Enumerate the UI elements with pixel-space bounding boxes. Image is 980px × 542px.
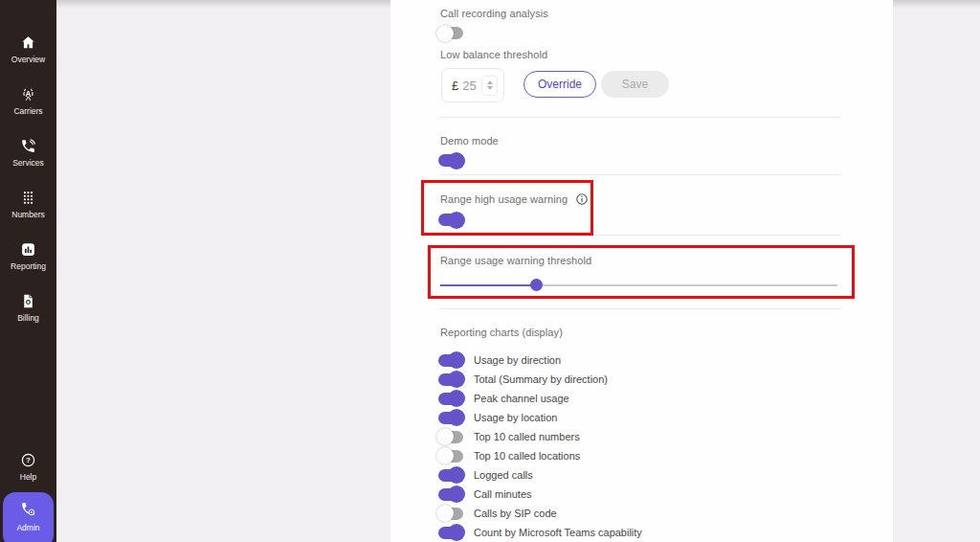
chart-toggle-label: Top 10 called numbers <box>474 431 580 442</box>
sidebar: OverviewACarriersServicesNumbersReportin… <box>0 0 56 542</box>
stepper-up-icon[interactable] <box>487 80 493 84</box>
override-button[interactable]: Override <box>523 71 596 98</box>
chart-toggle[interactable] <box>438 431 463 443</box>
range-warning-label: Range high usage warning <box>440 193 568 205</box>
dialpad-icon <box>20 190 36 206</box>
chart-toggle-row: Peak channel usage <box>438 389 840 408</box>
chart-toggle-label: Usage by direction <box>474 354 561 366</box>
info-icon[interactable] <box>575 192 589 206</box>
chart-toggle[interactable] <box>438 450 463 463</box>
sidebar-item-label: Services <box>12 158 44 168</box>
slider-fill <box>440 284 537 286</box>
demo-mode-label: Demo mode <box>440 135 499 147</box>
settings-panel: Call recording analysis Low balance thre… <box>390 0 893 542</box>
chart-toggle[interactable] <box>438 508 463 520</box>
sidebar-item-numbers[interactable]: Numbers <box>0 190 56 219</box>
save-button[interactable]: Save <box>601 71 669 98</box>
reporting-chart-toggle-list: Usage by directionTotal (Summary by dire… <box>438 350 840 542</box>
divider <box>440 308 840 309</box>
stepper-down-icon[interactable] <box>487 86 493 90</box>
sidebar-item-label: Overview <box>11 55 45 64</box>
low-balance-value: 25 <box>462 79 478 93</box>
chart-toggle-label: Count by Microsoft Teams capability <box>474 527 642 538</box>
chart-toggle-row: Calls by SIP code <box>438 504 840 523</box>
currency-symbol: £ <box>452 79 458 93</box>
svg-text:?: ? <box>26 456 31 464</box>
range-threshold-label: Range usage warning threshold <box>440 255 591 266</box>
call-recording-toggle[interactable] <box>438 27 463 39</box>
phone-icon <box>20 138 36 154</box>
reporting-charts-label: Reporting charts (display) <box>440 327 563 338</box>
chart-toggle-row: Top 10 called locations <box>438 446 840 465</box>
sidebar-item-label: Billing <box>17 313 39 323</box>
chart-toggle[interactable] <box>438 412 463 424</box>
sidebar-item-services[interactable]: Services <box>0 138 56 168</box>
low-balance-label: Low balance threshold <box>440 49 547 60</box>
range-threshold-slider[interactable] <box>440 279 837 292</box>
chart-toggle-label: Calls by SIP code <box>474 508 557 519</box>
chart-toggle[interactable] <box>438 354 463 367</box>
chart-toggle[interactable] <box>438 393 463 405</box>
demo-mode-toggle[interactable] <box>438 154 463 167</box>
chart-toggle-row: Call minutes <box>438 485 840 504</box>
bar-chart-icon <box>20 241 36 258</box>
divider <box>440 117 840 118</box>
chart-toggle[interactable] <box>438 488 463 501</box>
chart-toggle-row: Logged calls <box>438 465 840 485</box>
chart-toggle-row: Total (Summary by direction) <box>438 370 840 389</box>
sidebar-item-admin[interactable]: Admin <box>3 492 54 542</box>
sidebar-item-label: Admin <box>16 523 39 532</box>
sidebar-item-reporting[interactable]: Reporting <box>0 241 56 271</box>
divider <box>440 235 840 236</box>
chart-toggle[interactable] <box>438 373 463 386</box>
chart-toggle-label: Usage by location <box>474 412 557 423</box>
range-warning-row: Range high usage warning <box>440 192 589 206</box>
divider <box>440 174 840 175</box>
admin-phone-gear-icon <box>20 501 36 519</box>
chart-toggle[interactable] <box>438 469 463 482</box>
chart-toggle-row: Count by Microsoft Teams capability <box>438 523 840 542</box>
sidebar-item-label: Carriers <box>13 106 42 116</box>
antenna-icon: A <box>20 86 36 102</box>
chart-toggle[interactable] <box>438 527 463 539</box>
chart-toggle-row: Usage by location <box>438 408 840 427</box>
sidebar-item-help[interactable]: ? Help <box>0 452 56 482</box>
chart-toggle-label: Peak channel usage <box>474 393 569 404</box>
home-icon <box>20 34 36 51</box>
low-balance-input[interactable]: £ 25 <box>441 68 504 102</box>
range-warning-toggle[interactable] <box>438 214 463 226</box>
invoice-icon <box>20 293 36 309</box>
sidebar-item-label: Reporting <box>11 261 46 271</box>
help-icon: ? <box>20 452 36 468</box>
chart-toggle-label: Top 10 called locations <box>474 450 580 462</box>
sidebar-item-billing[interactable]: Billing <box>0 293 56 323</box>
slider-thumb[interactable] <box>530 279 543 291</box>
chart-toggle-label: Total (Summary by direction) <box>474 373 608 385</box>
chart-toggle-row: Usage by direction <box>438 350 840 370</box>
sidebar-item-label: Help <box>20 472 36 482</box>
chart-toggle-row: Top 10 called numbers <box>438 427 840 446</box>
value-stepper[interactable] <box>481 76 498 96</box>
call-recording-label: Call recording analysis <box>440 8 548 19</box>
sidebar-item-overview[interactable]: Overview <box>0 34 56 64</box>
chart-toggle-label: Call minutes <box>474 488 532 500</box>
sidebar-item-label: Numbers <box>11 210 44 219</box>
sidebar-item-carriers[interactable]: ACarriers <box>0 86 56 116</box>
chart-toggle-label: Logged calls <box>474 469 533 481</box>
admin-settings-page: OverviewACarriersServicesNumbersReportin… <box>0 0 980 542</box>
